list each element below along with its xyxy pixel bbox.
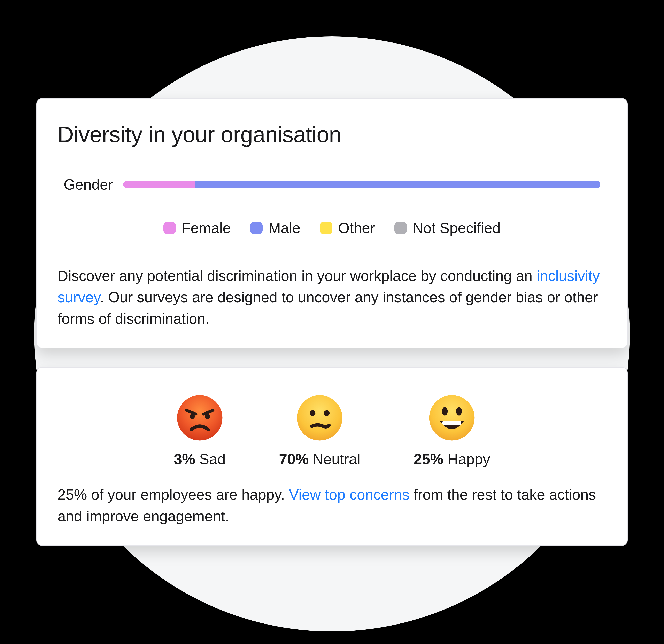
happy-face-icon [428, 394, 476, 442]
sentiment-label: 70% Neutral [279, 451, 360, 468]
legend-swatch [394, 222, 407, 234]
legend-item-not-specified: Not Specified [394, 220, 500, 236]
diversity-desc-after: . Our surveys are designed to uncover an… [58, 289, 598, 327]
legend-label: Other [338, 220, 375, 236]
legend-label: Female [182, 220, 231, 236]
sentiment-label: 25% Happy [414, 451, 490, 468]
legend-swatch [250, 222, 263, 234]
legend-item-other: Other [320, 220, 375, 236]
sentiment-item-happy: 25% Happy [414, 394, 490, 468]
legend-label: Not Specified [413, 220, 500, 236]
diversity-desc-before: Discover any potential discrimination in… [58, 267, 537, 284]
legend-swatch [163, 222, 176, 234]
sentiment-row: 3% Sad 70% Neutral 25% Happy [58, 394, 606, 468]
svg-point-6 [429, 395, 475, 441]
gender-bar-label: Gender [64, 176, 113, 193]
svg-point-3 [297, 395, 343, 441]
view-top-concerns-link[interactable]: View top concerns [289, 487, 409, 503]
legend-item-male: Male [250, 220, 300, 236]
confused-face-icon [296, 394, 343, 442]
gender-segment-female [123, 181, 195, 188]
gender-legend: FemaleMaleOtherNot Specified [58, 220, 606, 236]
legend-item-female: Female [163, 220, 231, 236]
svg-point-5 [324, 410, 330, 416]
diversity-card: Diversity in your organisation Gender Fe… [36, 98, 628, 348]
sentiment-card: 3% Sad 70% Neutral 25% Happy 25% of your… [36, 367, 628, 546]
diversity-description: Discover any potential discrimination in… [58, 265, 606, 329]
svg-point-4 [310, 410, 316, 416]
legend-label: Male [268, 220, 300, 236]
sentiment-item-neutral: 70% Neutral [279, 394, 360, 468]
diversity-title: Diversity in your organisation [58, 121, 606, 147]
sentiment-description: 25% of your employees are happy. View to… [58, 484, 606, 527]
svg-point-1 [189, 414, 195, 419]
legend-swatch [320, 222, 332, 234]
angry-face-icon [176, 394, 223, 442]
sentiment-desc-before: 25% of your employees are happy. [58, 487, 289, 503]
sentiment-item-sad: 3% Sad [174, 394, 226, 468]
svg-point-0 [177, 395, 222, 441]
svg-point-8 [456, 407, 462, 415]
svg-rect-9 [442, 421, 461, 425]
gender-bar-row: Gender [64, 176, 600, 193]
svg-point-7 [442, 407, 448, 415]
sentiment-label: 3% Sad [174, 451, 226, 468]
gender-bar-track [123, 181, 600, 188]
svg-point-2 [205, 414, 210, 419]
gender-segment-male [195, 181, 600, 188]
